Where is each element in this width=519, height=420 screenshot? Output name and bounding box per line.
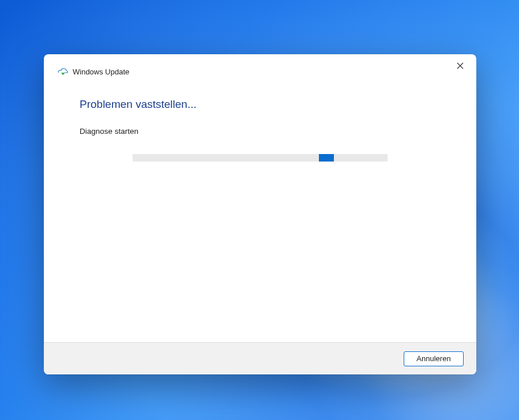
- dialog-titlebar: Windows Update: [44, 54, 476, 81]
- progress-indicator: [319, 154, 334, 162]
- dialog-title: Windows Update: [73, 68, 129, 76]
- content-heading: Problemen vaststellen...: [80, 98, 441, 111]
- content-subheading: Diagnose starten: [80, 127, 441, 136]
- title-left-group: Windows Update: [58, 68, 129, 76]
- cancel-button[interactable]: Annuleren: [404, 351, 464, 366]
- progress-bar: [133, 154, 388, 162]
- troubleshooter-dialog: Windows Update Problemen vaststellen... …: [44, 54, 476, 374]
- dialog-content: Problemen vaststellen... Diagnose starte…: [44, 81, 476, 342]
- dialog-footer: Annuleren: [44, 342, 476, 374]
- close-icon: [457, 61, 464, 72]
- close-button[interactable]: [451, 57, 469, 76]
- windows-update-icon: [58, 68, 68, 76]
